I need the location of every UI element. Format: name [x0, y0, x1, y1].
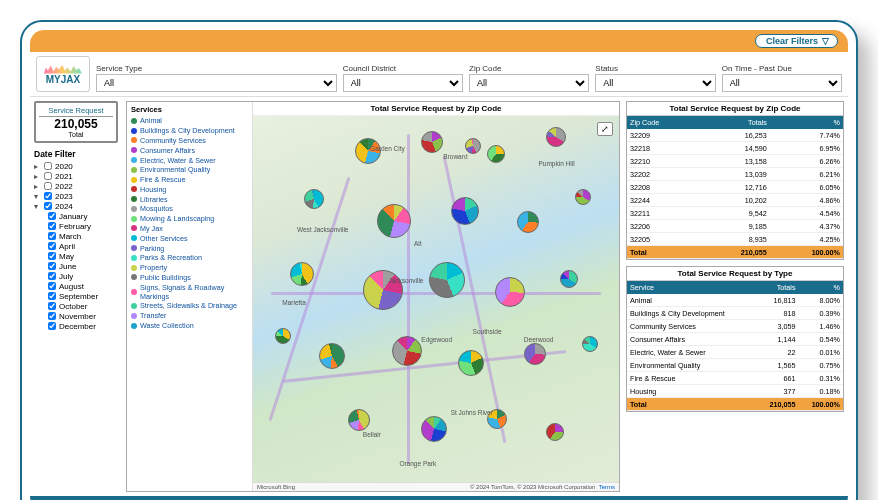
table-row[interactable]: 322058,9354.25% — [627, 233, 843, 246]
legend-item[interactable]: Libraries — [131, 194, 248, 204]
th-svc-totals[interactable]: Totals — [757, 281, 798, 294]
map-pie-marker[interactable] — [451, 197, 479, 225]
map-pie-marker[interactable] — [546, 127, 566, 147]
legend-item[interactable]: Animal — [131, 116, 248, 126]
filter-service-type[interactable]: All — [96, 74, 337, 92]
legend-item[interactable]: Parking — [131, 243, 248, 253]
legend-item[interactable]: Streets, Sidewalks & Drainage — [131, 301, 248, 311]
filter-status[interactable]: All — [595, 74, 715, 92]
table-row[interactable]: Housing3770.18% — [627, 385, 843, 398]
year-checkbox[interactable] — [44, 172, 52, 180]
th-svc[interactable]: Service — [627, 281, 757, 294]
month-checkbox[interactable] — [48, 232, 56, 240]
th-zip-pct[interactable]: % — [770, 116, 843, 129]
table-row[interactable]: Fire & Rescue6610.31% — [627, 372, 843, 385]
month-checkbox[interactable] — [48, 242, 56, 250]
map-pie-marker[interactable] — [304, 189, 324, 209]
map-pie-marker[interactable] — [421, 416, 447, 442]
legend-item[interactable]: Community Services — [131, 136, 248, 146]
table-row[interactable]: Electric, Water & Sewer220.01% — [627, 346, 843, 359]
legend-item[interactable]: Mowing & Landscaping — [131, 214, 248, 224]
legend-item[interactable]: Property — [131, 263, 248, 273]
legend-item[interactable]: Public Buildings — [131, 273, 248, 283]
month-checkbox[interactable] — [48, 252, 56, 260]
year-checkbox[interactable] — [44, 192, 52, 200]
map-pie-marker[interactable] — [560, 270, 578, 288]
month-march[interactable]: March — [34, 231, 118, 241]
year-2021[interactable]: ▸2021 — [34, 171, 118, 181]
month-checkbox[interactable] — [48, 322, 56, 330]
map-pie-marker[interactable] — [429, 262, 465, 298]
map-pie-marker[interactable] — [458, 350, 484, 376]
clear-filters-button[interactable]: Clear Filters ▽ — [755, 34, 838, 48]
table-row[interactable]: Consumer Affairs1,1440.54% — [627, 333, 843, 346]
map-pie-marker[interactable] — [575, 189, 591, 205]
table-row[interactable]: 3221814,5906.95% — [627, 142, 843, 155]
legend-item[interactable]: Buildings & City Development — [131, 126, 248, 136]
month-september[interactable]: September — [34, 291, 118, 301]
legend-item[interactable]: Electric, Water & Sewer — [131, 155, 248, 165]
table-row[interactable]: 3220812,7166.05% — [627, 181, 843, 194]
year-2023[interactable]: ▾2023 — [34, 191, 118, 201]
month-january[interactable]: January — [34, 211, 118, 221]
table-row[interactable]: 3224410,2024.86% — [627, 194, 843, 207]
map-terms-link[interactable]: Terms — [599, 484, 615, 490]
month-checkbox[interactable] — [48, 292, 56, 300]
table-row[interactable]: Buildings & City Development8180.39% — [627, 307, 843, 320]
map-pie-marker[interactable] — [495, 277, 525, 307]
map-pie-marker[interactable] — [363, 270, 403, 310]
table-row[interactable]: Environmental Quality1,5650.75% — [627, 359, 843, 372]
month-november[interactable]: November — [34, 311, 118, 321]
map-pie-marker[interactable] — [524, 343, 546, 365]
month-checkbox[interactable] — [48, 222, 56, 230]
year-checkbox[interactable] — [44, 202, 52, 210]
table-row[interactable]: 3220916,2537.74% — [627, 129, 843, 142]
month-checkbox[interactable] — [48, 282, 56, 290]
month-july[interactable]: July — [34, 271, 118, 281]
table-row[interactable]: 3220213,0396.21% — [627, 168, 843, 181]
legend-item[interactable]: Other Services — [131, 233, 248, 243]
map-pie-marker[interactable] — [465, 138, 481, 154]
map-pie-marker[interactable] — [348, 409, 370, 431]
year-2022[interactable]: ▸2022 — [34, 181, 118, 191]
month-checkbox[interactable] — [48, 312, 56, 320]
map-pie-marker[interactable] — [290, 262, 314, 286]
month-checkbox[interactable] — [48, 212, 56, 220]
legend-item[interactable]: Signs, Signals & Roadway Markings — [131, 282, 248, 301]
legend-item[interactable]: Housing — [131, 184, 248, 194]
map-pie-marker[interactable] — [546, 423, 564, 441]
month-august[interactable]: August — [34, 281, 118, 291]
month-february[interactable]: February — [34, 221, 118, 231]
filter-ontime[interactable]: All — [722, 74, 842, 92]
th-zip-totals[interactable]: Totals — [702, 116, 770, 129]
map-focus-button[interactable]: ⤢ — [597, 122, 613, 136]
legend-item[interactable]: Consumer Affairs — [131, 145, 248, 155]
table-row[interactable]: 322069,1854.37% — [627, 220, 843, 233]
legend-item[interactable]: Environmental Quality — [131, 165, 248, 175]
month-december[interactable]: December — [34, 321, 118, 331]
legend-item[interactable]: Mosquitos — [131, 204, 248, 214]
map-pie-marker[interactable] — [392, 336, 422, 366]
map-canvas[interactable]: ⤢ Garden CityJacksonvilleBrowardPumpkin … — [253, 116, 619, 482]
table-row[interactable]: Community Services3,0591.46% — [627, 320, 843, 333]
legend-item[interactable]: Parks & Recreation — [131, 253, 248, 263]
year-checkbox[interactable] — [44, 162, 52, 170]
map-pie-marker[interactable] — [421, 131, 443, 153]
month-october[interactable]: October — [34, 301, 118, 311]
table-row[interactable]: 3221013,1586.26% — [627, 155, 843, 168]
map-pie-marker[interactable] — [582, 336, 598, 352]
table-row[interactable]: Animal16,8138.00% — [627, 294, 843, 307]
year-checkbox[interactable] — [44, 182, 52, 190]
legend-item[interactable]: Fire & Rescue — [131, 175, 248, 185]
month-april[interactable]: April — [34, 241, 118, 251]
month-checkbox[interactable] — [48, 272, 56, 280]
map-pie-marker[interactable] — [275, 328, 291, 344]
th-svc-pct[interactable]: % — [799, 281, 843, 294]
filter-council[interactable]: All — [343, 74, 463, 92]
map-pie-marker[interactable] — [487, 145, 505, 163]
th-zip[interactable]: Zip Code — [627, 116, 702, 129]
map-pie-marker[interactable] — [517, 211, 539, 233]
month-june[interactable]: June — [34, 261, 118, 271]
year-2024[interactable]: ▾2024 — [34, 201, 118, 211]
map-pie-marker[interactable] — [319, 343, 345, 369]
